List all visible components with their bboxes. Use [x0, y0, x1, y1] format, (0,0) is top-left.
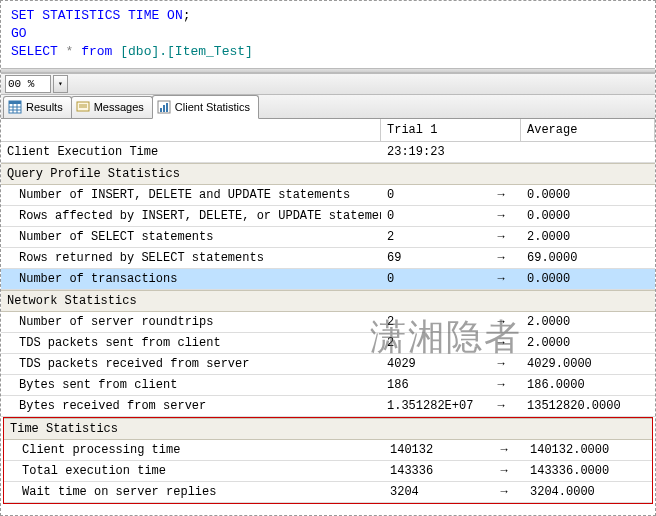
tab-label: Messages: [94, 101, 144, 113]
row-client-processing[interactable]: Client processing time 140132 → 140132.0…: [4, 440, 652, 461]
zoom-combo[interactable]: 00 %: [5, 75, 51, 93]
tab-label: Client Statistics: [175, 101, 250, 113]
pane-splitter[interactable]: [1, 68, 655, 73]
trend-icon: →: [484, 482, 524, 502]
tab-results[interactable]: Results: [3, 96, 72, 118]
tab-client-statistics[interactable]: Client Statistics: [152, 95, 259, 119]
trend-icon: →: [481, 227, 521, 247]
trend-icon: →: [481, 185, 521, 205]
section-query-profile: Query Profile Statistics: [1, 163, 655, 185]
trend-icon: →: [481, 312, 521, 332]
trend-icon: →: [481, 248, 521, 268]
zoom-bar: 00 % ▾: [1, 73, 655, 95]
row-wait-time[interactable]: Wait time on server replies 3204 → 3204.…: [4, 482, 652, 503]
trend-icon: →: [481, 375, 521, 395]
row-roundtrips[interactable]: Number of server roundtrips 2 → 2.0000: [1, 312, 655, 333]
row-tds-received[interactable]: TDS packets received from server 4029 → …: [1, 354, 655, 375]
tab-messages[interactable]: Messages: [71, 96, 153, 118]
row-bytes-sent[interactable]: Bytes sent from client 186 → 186.0000: [1, 375, 655, 396]
trend-icon: →: [484, 461, 524, 481]
trend-icon: →: [481, 354, 521, 374]
row-rows-affected[interactable]: Rows affected by INSERT, DELETE, or UPDA…: [1, 206, 655, 227]
zoom-dropdown-button[interactable]: ▾: [53, 75, 68, 93]
svg-rect-11: [163, 105, 165, 112]
row-iud[interactable]: Number of INSERT, DELETE and UPDATE stat…: [1, 185, 655, 206]
row-bytes-received[interactable]: Bytes received from server 1.351282E+07 …: [1, 396, 655, 417]
sql-editor[interactable]: SET STATISTICS TIME ON; GO SELECT * from…: [1, 1, 655, 68]
trend-icon: →: [481, 206, 521, 226]
trend-icon: →: [481, 396, 521, 416]
trend-icon: →: [484, 440, 524, 460]
row-select-count[interactable]: Number of SELECT statements 2 → 2.0000: [1, 227, 655, 248]
row-tds-sent[interactable]: TDS packets sent from client 2 → 2.0000: [1, 333, 655, 354]
results-icon: [8, 100, 22, 114]
row-transactions[interactable]: Number of transactions 0 → 0.0000: [1, 269, 655, 290]
row-total-execution[interactable]: Total execution time 143336 → 143336.000…: [4, 461, 652, 482]
client-stats-grid: Trial 1 Average Client Execution Time 23…: [1, 119, 655, 504]
trend-icon: →: [481, 333, 521, 353]
section-time: Time Statistics: [4, 418, 652, 440]
row-rows-returned[interactable]: Rows returned by SELECT statements 69 → …: [1, 248, 655, 269]
grid-header: Trial 1 Average: [1, 119, 655, 142]
time-stats-highlight: Time Statistics Client processing time 1…: [3, 417, 653, 504]
col-metric: [1, 119, 381, 141]
section-network: Network Statistics: [1, 290, 655, 312]
tab-label: Results: [26, 101, 63, 113]
svg-rect-12: [166, 103, 168, 112]
trend-icon: →: [481, 269, 521, 289]
messages-icon: [76, 100, 90, 114]
svg-rect-1: [9, 101, 21, 104]
svg-rect-10: [160, 108, 162, 112]
stats-icon: [157, 100, 171, 114]
row-exec-time[interactable]: Client Execution Time 23:19:23: [1, 142, 655, 163]
col-trial: Trial 1: [381, 119, 521, 141]
col-average: Average: [521, 119, 655, 141]
result-tabs: Results Messages Client Statistics: [1, 95, 655, 119]
